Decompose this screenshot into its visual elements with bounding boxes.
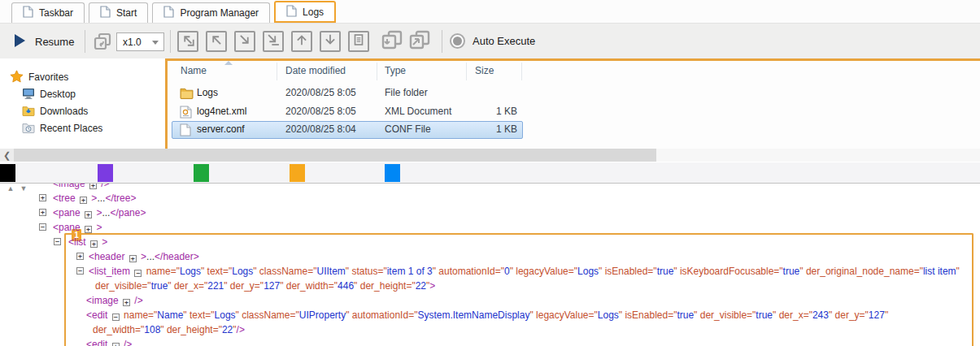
arrow-up-button[interactable]	[291, 31, 312, 52]
xml-token: " isEnabled="	[619, 309, 677, 321]
xml-tree-node[interactable]: <image + />	[86, 293, 143, 308]
color-swatch-F6A81C[interactable]	[290, 164, 305, 182]
column-header-size[interactable]: Size	[475, 65, 494, 76]
scroll-left-arrow-icon[interactable]: ❮	[0, 149, 14, 162]
recent-places-icon	[22, 122, 35, 136]
xml-token: "	[956, 266, 960, 277]
expand-attrs-icon[interactable]: +	[112, 343, 120, 346]
xml-token: true	[783, 266, 800, 277]
color-swatch-000000[interactable]	[0, 164, 15, 182]
xml-token: " der_visible="	[694, 309, 756, 321]
color-swatch-1FA83C[interactable]	[194, 164, 209, 182]
document-icon	[351, 32, 366, 50]
squares-arrow-up-button[interactable]	[408, 31, 431, 52]
expand-attrs-icon[interactable]: +	[85, 211, 92, 218]
collapse-attrs-icon[interactable]: −	[134, 270, 142, 277]
app-window: TaskbarStartProgram ManagerLogs Resume x…	[0, 0, 980, 346]
collapse-icon[interactable]: −	[39, 223, 46, 231]
xml-tree-node[interactable]: <edit − name="Name" text="Logs" classNam…	[86, 308, 888, 322]
xml-token: </pane>	[110, 207, 146, 218]
expand-attrs-icon[interactable]: +	[90, 240, 98, 248]
xml-token: " text="	[201, 266, 232, 277]
tab-logs[interactable]: Logs	[274, 1, 336, 23]
scrollbar-track[interactable]	[656, 149, 980, 162]
arrow-up-left-button[interactable]	[206, 31, 227, 52]
expand-attrs-icon[interactable]: +	[85, 226, 92, 233]
tab-label: Logs	[303, 6, 324, 18]
resume-button[interactable]: Resume	[8, 30, 79, 53]
squares-arrow-down-button[interactable]	[381, 31, 403, 52]
zoom-select[interactable]: x1.0	[116, 32, 164, 51]
collapse-icon[interactable]: −	[54, 238, 61, 245]
column-header-name[interactable]: Name	[181, 65, 207, 76]
tab-taskbar[interactable]: Taskbar	[11, 2, 85, 23]
chevron-down-icon[interactable]: ▼	[18, 184, 29, 192]
tab-start[interactable]: Start	[89, 2, 148, 23]
xml-tree-node[interactable]: <header + >...</header>	[89, 249, 199, 264]
expand-attrs-icon[interactable]: +	[123, 299, 130, 306]
expand-attrs-icon[interactable]: +	[89, 184, 97, 189]
sidebar-item-favorites[interactable]: Favorites	[10, 70, 68, 84]
auto-execute-toggle[interactable]: Auto Execute	[450, 33, 535, 49]
column-separator[interactable]	[466, 63, 467, 80]
xml-tree-node[interactable]: <edit + />	[86, 337, 132, 346]
capture-icon[interactable]	[91, 31, 114, 52]
tab-program-manager[interactable]: Program Manager	[152, 2, 270, 23]
squares-arrow-down-icon	[381, 30, 403, 53]
scrollbar-thumb[interactable]	[14, 149, 656, 162]
sidebar-item-recent-places[interactable]: Recent Places	[22, 121, 102, 136]
collapse-attrs-icon[interactable]: −	[112, 314, 120, 321]
arrow-down-right-bar-button[interactable]	[263, 31, 284, 52]
arrow-down-right-button[interactable]	[234, 31, 255, 52]
arrow-up-left-icon	[209, 32, 224, 50]
arrow-down-button[interactable]	[320, 31, 341, 52]
xml-token: </tree>	[105, 192, 136, 204]
expand-icon[interactable]: +	[76, 253, 84, 260]
xml-token: " automationId="	[346, 309, 417, 321]
xml-token: <header	[89, 251, 128, 262]
xml-token: UIItem	[316, 266, 345, 277]
column-separator[interactable]	[377, 63, 377, 80]
collapse-icon[interactable]: −	[76, 267, 84, 275]
expand-attrs-icon[interactable]: +	[80, 197, 87, 204]
expand-attrs-icon[interactable]: +	[129, 255, 137, 262]
xml-token: " der_x="	[168, 280, 207, 292]
xml-token: >	[99, 236, 107, 248]
resume-label: Resume	[35, 36, 74, 48]
xml-tree-node[interactable]: <list_item − name="Logs" text="Logs" cla…	[89, 264, 960, 279]
xml-tree-node[interactable]: der_visible="true" der_x="221" der_y="12…	[95, 279, 435, 293]
xml-token: " der_x="	[773, 309, 812, 321]
file-row-log4net.xml[interactable]: log4net.xml2020/08/25 8:05XML Document1 …	[168, 103, 980, 122]
xml-tree-node[interactable]: <image + />	[53, 184, 110, 191]
color-swatch-0087F5[interactable]	[385, 164, 400, 182]
expand-icon[interactable]: +	[39, 209, 46, 216]
xml-tree-node[interactable]: <list + >	[68, 235, 107, 249]
xml-tree-node[interactable]: der_width="108" der_height="22"/>	[93, 322, 245, 337]
sidebar-item-desktop[interactable]: Desktop	[22, 87, 76, 102]
tab-label: Program Manager	[180, 7, 259, 19]
arrow-up-left-corner-button[interactable]	[177, 31, 198, 52]
xml-token: " className="	[236, 309, 299, 321]
xml-tree-node[interactable]: <tree + >...</tree>	[53, 191, 136, 205]
expand-icon[interactable]: +	[39, 194, 46, 201]
downloads-icon	[22, 105, 35, 119]
document-button[interactable]	[348, 31, 369, 52]
column-header-type[interactable]: Type	[385, 65, 406, 76]
column-separator[interactable]	[521, 63, 522, 80]
file-row-server.conf[interactable]: server.conf2020/08/25 8:04CONF File1 KB	[168, 121, 980, 140]
xml-token: <tree	[53, 192, 78, 204]
column-separator[interactable]	[277, 63, 277, 80]
doc-icon	[286, 5, 297, 19]
xml-tree-node[interactable]: <pane + >...</pane>	[53, 205, 146, 220]
xml-tree-node[interactable]: <pane + >	[53, 220, 102, 235]
color-swatch-7B3BE1[interactable]	[98, 164, 113, 182]
xml-token: ...	[146, 251, 155, 262]
file-row-logs[interactable]: Logs2020/08/25 8:05File folder	[168, 84, 980, 103]
xml-token: />	[98, 184, 110, 189]
column-header-date-modified[interactable]: Date modified	[285, 65, 346, 76]
horizontal-scrollbar[interactable]: ❮	[0, 149, 980, 162]
xml-token: name="	[121, 309, 158, 321]
chevron-up-icon[interactable]: ▲	[5, 184, 16, 192]
sidebar-item-downloads[interactable]: Downloads	[22, 104, 88, 119]
xml-token: />	[121, 339, 133, 346]
